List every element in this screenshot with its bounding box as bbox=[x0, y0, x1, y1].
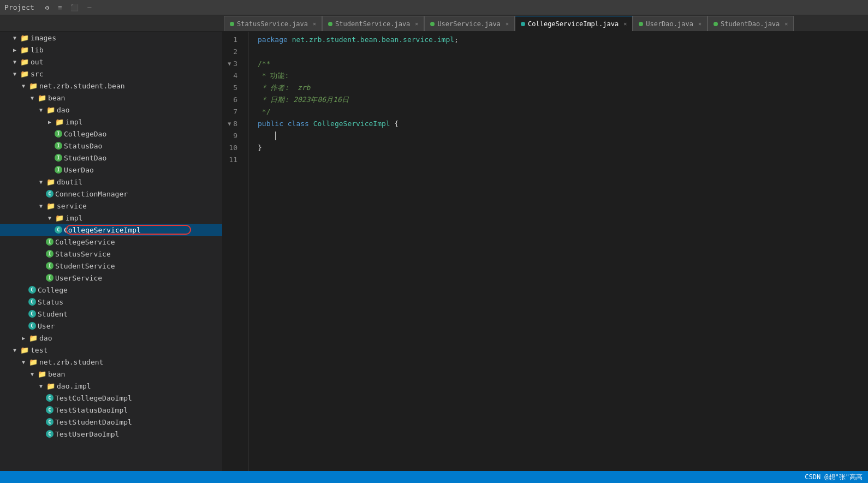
tree-item[interactable]: IUserDao bbox=[0, 164, 222, 176]
tree-item[interactable]: CUser bbox=[0, 320, 222, 332]
tab-CollegeServiceImpl-java[interactable]: CollegeServiceImpl.java✕ bbox=[515, 16, 633, 31]
class-label: CollegeService bbox=[55, 238, 222, 246]
line-number: 2 bbox=[223, 46, 242, 58]
tree-item[interactable]: ▶📁dao bbox=[0, 332, 222, 344]
code-token: ; bbox=[454, 34, 459, 46]
tree-item[interactable]: IStatusService bbox=[0, 248, 222, 260]
class-icon: C bbox=[46, 394, 53, 402]
tab-close-icon[interactable]: ✕ bbox=[415, 21, 418, 27]
folder-label: service bbox=[57, 202, 222, 210]
class-icon: I bbox=[55, 130, 62, 138]
folder-icon: 📁 bbox=[46, 178, 55, 186]
tree-item[interactable]: CTestStudentDaoImpl bbox=[0, 416, 222, 428]
class-label: CollegeDao bbox=[64, 130, 222, 138]
code-token: * 日期: 2023年06月16日 bbox=[258, 94, 349, 106]
folder-label: net.zrb.student.bean bbox=[39, 82, 222, 90]
status-text: CSDN @想"张"高高 bbox=[805, 473, 863, 482]
folder-label: dao.impl bbox=[57, 382, 222, 390]
sidebar[interactable]: ▼📁images▶📁lib▼📁out▼📁src▼📁net.zrb.student… bbox=[0, 32, 223, 471]
folder-icon: 📁 bbox=[46, 382, 55, 390]
folder-arrow-icon: ▼ bbox=[20, 83, 27, 89]
line-numbers: 12▼34567▼891011 bbox=[223, 32, 249, 471]
class-icon: I bbox=[55, 142, 62, 150]
tree-item[interactable]: ▼📁service bbox=[0, 200, 222, 212]
code-lines[interactable]: package net.zrb.student.bean.bean.servic… bbox=[249, 32, 868, 471]
tree-item[interactable]: ▼📁dbutil bbox=[0, 176, 222, 188]
folder-arrow-icon: ▼ bbox=[37, 107, 45, 113]
tab-close-icon[interactable]: ✕ bbox=[698, 21, 701, 27]
tree-item[interactable]: ICollegeService bbox=[0, 236, 222, 248]
tree-item[interactable]: IStudentService bbox=[0, 260, 222, 272]
class-label: StatusService bbox=[55, 250, 222, 258]
folder-arrow-icon: ▼ bbox=[11, 59, 19, 65]
editor[interactable]: 12▼34567▼891011 package net.zrb.student.… bbox=[223, 32, 868, 471]
tree-item[interactable]: CConnectionManager bbox=[0, 188, 222, 200]
main-content: ▼📁images▶📁lib▼📁out▼📁src▼📁net.zrb.student… bbox=[0, 32, 868, 471]
class-icon: I bbox=[46, 250, 53, 258]
code-token: package bbox=[258, 34, 292, 46]
folder-arrow-icon: ▼ bbox=[28, 95, 36, 101]
tree-item[interactable]: CStudent bbox=[0, 308, 222, 320]
code-token: } bbox=[258, 142, 262, 154]
class-label: TestCollegeDaoImpl bbox=[55, 394, 222, 402]
code-line bbox=[258, 154, 868, 166]
tree-item[interactable]: ICollegeDao bbox=[0, 128, 222, 140]
tab-UserService-java[interactable]: UserService.java✕ bbox=[424, 16, 515, 31]
tab-StatusService-java[interactable]: StatusService.java✕ bbox=[224, 16, 322, 31]
tab-close-icon[interactable]: ✕ bbox=[784, 21, 788, 27]
tab-close-icon[interactable]: ✕ bbox=[506, 21, 509, 27]
class-icon: I bbox=[46, 274, 53, 282]
tree-item[interactable]: CTestStatusDaoImpl bbox=[0, 404, 222, 416]
folder-arrow-icon: ▼ bbox=[37, 383, 45, 389]
tree-item[interactable]: ▼📁net.zrb.student.bean bbox=[0, 80, 222, 92]
code-line: public class CollegeServiceImpl { bbox=[258, 118, 868, 130]
folder-label: dao bbox=[57, 106, 222, 114]
toolbar-icon-1[interactable]: ⚙ bbox=[43, 3, 51, 13]
toolbar-icon-3[interactable]: ⬛ bbox=[68, 3, 81, 13]
line-number: 5 bbox=[223, 82, 242, 94]
tree-item[interactable]: IStatusDao bbox=[0, 140, 222, 152]
tree-item[interactable]: ▶📁lib bbox=[0, 44, 222, 56]
tab-close-icon[interactable]: ✕ bbox=[623, 21, 627, 27]
class-icon: C bbox=[28, 322, 36, 330]
tree-item[interactable]: ▼📁images bbox=[0, 32, 222, 44]
class-label: StudentDao bbox=[64, 154, 222, 162]
code-token: * 作者: zrb bbox=[258, 82, 310, 94]
project-label: Project bbox=[4, 3, 34, 11]
class-label: TestStatusDaoImpl bbox=[55, 406, 222, 414]
folder-arrow-icon: ▼ bbox=[11, 71, 19, 77]
tree-item[interactable]: ▼📁dao bbox=[0, 104, 222, 116]
class-icon: C bbox=[55, 226, 62, 234]
tab-close-icon[interactable]: ✕ bbox=[313, 21, 316, 27]
tab-dot-icon bbox=[639, 22, 643, 26]
tree-item[interactable]: ▼📁bean bbox=[0, 92, 222, 104]
tab-label: StudentService.java bbox=[335, 20, 410, 28]
tree-item[interactable]: ▼📁dao.impl bbox=[0, 380, 222, 392]
tree-item[interactable]: IStudentDao bbox=[0, 152, 222, 164]
tree-item[interactable]: CCollegeServiceImpl bbox=[0, 224, 222, 236]
tree-item[interactable]: CStatus bbox=[0, 296, 222, 308]
class-icon: I bbox=[55, 154, 62, 162]
tree-item[interactable]: ▼📁impl bbox=[0, 212, 222, 224]
tab-UserDao-java[interactable]: UserDao.java✕ bbox=[633, 16, 708, 31]
tree-item[interactable]: CTestUserDaoImpl bbox=[0, 428, 222, 440]
tree-item[interactable]: IUserService bbox=[0, 272, 222, 284]
tab-dot-icon bbox=[328, 22, 332, 26]
tab-label: UserService.java bbox=[437, 20, 501, 28]
tab-StudentService-java[interactable]: StudentService.java✕ bbox=[322, 16, 424, 31]
tree-item[interactable]: CTestCollegeDaoImpl bbox=[0, 392, 222, 404]
tree-item[interactable]: CCollege bbox=[0, 284, 222, 296]
toolbar-icon-2[interactable]: ≡ bbox=[56, 3, 64, 13]
toolbar-minimize[interactable]: — bbox=[85, 3, 93, 13]
tree-item[interactable]: ▶📁impl bbox=[0, 116, 222, 128]
tree-item[interactable]: ▼📁bean bbox=[0, 368, 222, 380]
tree-item[interactable]: ▼📁test bbox=[0, 344, 222, 356]
tree-item[interactable]: ▼📁src bbox=[0, 68, 222, 80]
tab-StudentDao-java[interactable]: StudentDao.java✕ bbox=[708, 16, 794, 31]
folder-icon: 📁 bbox=[29, 358, 38, 366]
line-number: 4 bbox=[223, 70, 242, 82]
class-icon: C bbox=[46, 190, 53, 198]
class-icon: I bbox=[46, 262, 53, 270]
tree-item[interactable]: ▼📁net.zrb.student bbox=[0, 356, 222, 368]
tree-item[interactable]: ▼📁out bbox=[0, 56, 222, 68]
